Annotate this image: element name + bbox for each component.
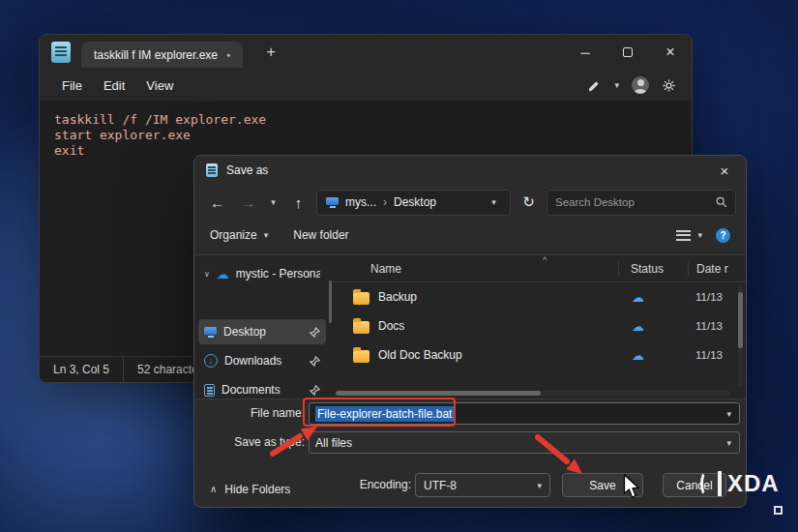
search-box	[547, 190, 736, 216]
edit-pen-icon[interactable]	[587, 78, 602, 93]
sidebar-item-downloads[interactable]: ↓ Downloads	[198, 348, 326, 373]
menu-file[interactable]: File	[51, 74, 93, 97]
cancel-button[interactable]: Cancel	[663, 473, 726, 497]
new-tab-button[interactable]: +	[258, 40, 283, 65]
list-view-icon	[676, 230, 691, 241]
save-as-dialog: Save as × ← → ▾ ↑ mys... › Desktop ▾ ↻	[193, 155, 747, 508]
sidebar-item-onedrive[interactable]: ∨ ☁ mystic - Persona	[198, 261, 326, 286]
help-button[interactable]: ?	[716, 228, 730, 243]
file-row-old-doc-backup[interactable]: Old Doc Backup ☁ 11/13	[332, 340, 746, 369]
scrollbar-thumb[interactable]	[738, 292, 743, 348]
encoding-dropdown[interactable]: UTF-8 ▾	[415, 473, 550, 497]
desktop-icon	[204, 327, 217, 338]
folder-icon	[353, 321, 369, 334]
notepad-menubar: File Edit View ▾	[40, 70, 692, 101]
settings-gear-icon[interactable]	[662, 78, 676, 93]
expand-chevron-icon[interactable]: ∨	[204, 270, 210, 279]
address-dropdown-icon[interactable]: ▾	[487, 197, 501, 207]
file-name: Backup	[378, 290, 417, 304]
notepad-tab[interactable]: taskkill f IM explorer.exe ●	[81, 42, 243, 68]
dialog-title: Save as	[226, 163, 268, 177]
maximize-button[interactable]	[606, 35, 649, 70]
save-type-value: All files	[315, 436, 352, 450]
recent-locations-chevron-icon[interactable]: ▾	[266, 197, 281, 207]
forward-button[interactable]: →	[235, 190, 261, 216]
encoding-label: Encoding:	[320, 473, 411, 497]
account-avatar[interactable]	[632, 76, 649, 94]
chevron-down-icon[interactable]: ▾	[614, 80, 619, 90]
file-name-value: File-explorer-batch-file.bat	[315, 406, 454, 422]
hide-folders-button[interactable]: ∧ Hide Folders	[204, 477, 296, 501]
file-name: Docs	[378, 319, 404, 333]
cloud-status-icon: ☁	[618, 348, 688, 363]
folder-icon	[353, 350, 369, 363]
pin-icon	[310, 385, 320, 396]
file-date: 11/13	[688, 349, 746, 361]
file-date: 11/13	[688, 291, 746, 303]
sidebar-item-desktop[interactable]: Desktop	[198, 319, 326, 344]
sidebar-item-label: mystic - Persona	[236, 267, 320, 281]
vertical-scrollbar[interactable]	[738, 284, 743, 387]
save-button[interactable]: Save	[562, 473, 643, 497]
file-row-docs[interactable]: Docs ☁ 11/13	[332, 311, 746, 340]
dialog-titlebar: Save as ×	[194, 156, 746, 185]
notepad-app-icon	[51, 42, 71, 63]
new-folder-label: New folder	[293, 228, 348, 242]
breadcrumb-parent[interactable]: mys...	[345, 195, 376, 209]
address-breadcrumb[interactable]: mys... › Desktop ▾	[316, 190, 511, 216]
column-header-date[interactable]: Date r	[688, 262, 746, 276]
file-name-input[interactable]: File-explorer-batch-file.bat ▾	[309, 402, 740, 425]
new-folder-button[interactable]: New folder	[293, 228, 348, 242]
chevron-up-icon: ∧	[210, 484, 217, 494]
dialog-toolbar: Organize ▾ New folder ▾ ?	[194, 220, 746, 251]
notepad-doc-icon	[206, 163, 218, 177]
save-type-label: Save as type:	[194, 431, 305, 454]
cursor-position: Ln 3, Col 5	[40, 357, 124, 382]
encoding-value: UTF-8	[424, 479, 457, 492]
dialog-nav-bar: ← → ▾ ↑ mys... › Desktop ▾ ↻	[194, 185, 746, 220]
up-button[interactable]: ↑	[285, 190, 311, 216]
close-button[interactable]: ×	[649, 35, 692, 70]
chevron-down-icon[interactable]: ▾	[726, 409, 731, 419]
downloads-icon: ↓	[204, 354, 218, 368]
pin-icon	[310, 356, 320, 367]
unsaved-dot-icon: ●	[226, 51, 230, 58]
file-name-label: File name:	[194, 402, 305, 425]
desktop-wallpaper: taskkill f IM explorer.exe ● + ─ × File …	[0, 0, 798, 532]
menu-view[interactable]: View	[135, 74, 184, 97]
file-list: Name ^ Status Date r Backup ☁ 11/13 Docs…	[332, 255, 746, 399]
column-header-status[interactable]: Status	[618, 262, 688, 276]
menu-edit[interactable]: Edit	[93, 74, 135, 97]
chevron-down-icon: ▾	[264, 230, 269, 240]
notepad-tab-title: taskkill f IM explorer.exe	[94, 48, 218, 62]
cloud-status-icon: ☁	[618, 290, 688, 305]
scrollbar-thumb[interactable]	[336, 391, 541, 396]
documents-icon	[204, 384, 215, 397]
chevron-down-icon: ▾	[697, 230, 702, 240]
cloud-status-icon: ☁	[618, 319, 688, 334]
back-button[interactable]: ←	[204, 190, 230, 216]
notepad-titlebar: taskkill f IM explorer.exe ● + ─ ×	[40, 35, 692, 70]
file-row-backup[interactable]: Backup ☁ 11/13	[332, 282, 746, 311]
editor-line: start explorer.exe	[54, 128, 692, 143]
organize-button[interactable]: Organize ▾	[210, 228, 268, 242]
search-input[interactable]	[555, 196, 710, 208]
hide-folders-label: Hide Folders	[224, 483, 290, 496]
folder-icon	[353, 292, 369, 305]
column-header-name[interactable]: Name	[332, 262, 618, 276]
chevron-down-icon[interactable]: ▾	[537, 481, 542, 490]
maximize-icon	[623, 47, 633, 57]
refresh-button[interactable]: ↻	[516, 190, 542, 216]
folder-sidebar: ∨ ☁ mystic - Persona Desktop ↓ Downloads…	[194, 255, 332, 399]
minimize-button[interactable]: ─	[564, 35, 606, 70]
watermark-square	[774, 506, 783, 515]
dialog-close-button[interactable]: ×	[703, 156, 746, 185]
chevron-down-icon[interactable]: ▾	[726, 438, 731, 448]
breadcrumb-separator-icon: ›	[383, 195, 387, 209]
sort-ascending-icon: ^	[543, 255, 547, 265]
breadcrumb-current[interactable]: Desktop	[394, 195, 436, 209]
horizontal-scrollbar[interactable]	[336, 391, 730, 396]
view-options-button[interactable]: ▾	[676, 230, 702, 241]
save-type-dropdown[interactable]: All files ▾	[309, 431, 740, 454]
dialog-footer: File name: File-explorer-batch-file.bat …	[194, 399, 746, 507]
